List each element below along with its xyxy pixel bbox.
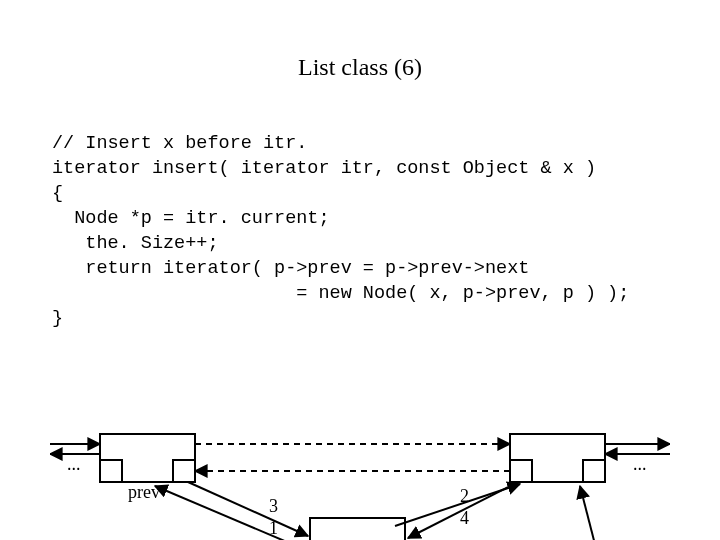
svg-rect-5 bbox=[583, 460, 605, 482]
linked-list-diagram: ... ... prev x p 3 1 2 4 bbox=[50, 426, 670, 540]
label-prev: prev bbox=[128, 482, 160, 503]
svg-line-16 bbox=[188, 482, 308, 536]
svg-line-19 bbox=[580, 486, 598, 540]
code-block: // Insert x before itr. iterator insert(… bbox=[52, 107, 668, 357]
svg-line-15 bbox=[155, 486, 320, 540]
dots-left: ... bbox=[67, 454, 81, 475]
slide: List class (6) // Insert x before itr. i… bbox=[0, 54, 720, 540]
code-line: { bbox=[52, 183, 63, 204]
label-num-2: 2 bbox=[460, 486, 469, 507]
code-line: return iterator( p->prev = p->prev->next bbox=[52, 258, 529, 279]
svg-rect-0 bbox=[100, 434, 195, 482]
label-num-1: 1 bbox=[269, 518, 278, 539]
code-line: = new Node( x, p->prev, p ) ); bbox=[52, 283, 629, 304]
dots-right: ... bbox=[633, 454, 647, 475]
page-title: List class (6) bbox=[0, 54, 720, 81]
svg-rect-1 bbox=[100, 460, 122, 482]
code-line: // Insert x before itr. bbox=[52, 133, 307, 154]
code-line: the. Size++; bbox=[52, 233, 219, 254]
label-num-3: 3 bbox=[269, 496, 278, 517]
label-num-4: 4 bbox=[460, 508, 469, 529]
svg-rect-3 bbox=[510, 434, 605, 482]
svg-rect-6 bbox=[310, 518, 405, 540]
svg-rect-2 bbox=[173, 460, 195, 482]
code-line: } bbox=[52, 308, 63, 329]
svg-rect-4 bbox=[510, 460, 532, 482]
code-line: Node *p = itr. current; bbox=[52, 208, 330, 229]
code-line: iterator insert( iterator itr, const Obj… bbox=[52, 158, 596, 179]
